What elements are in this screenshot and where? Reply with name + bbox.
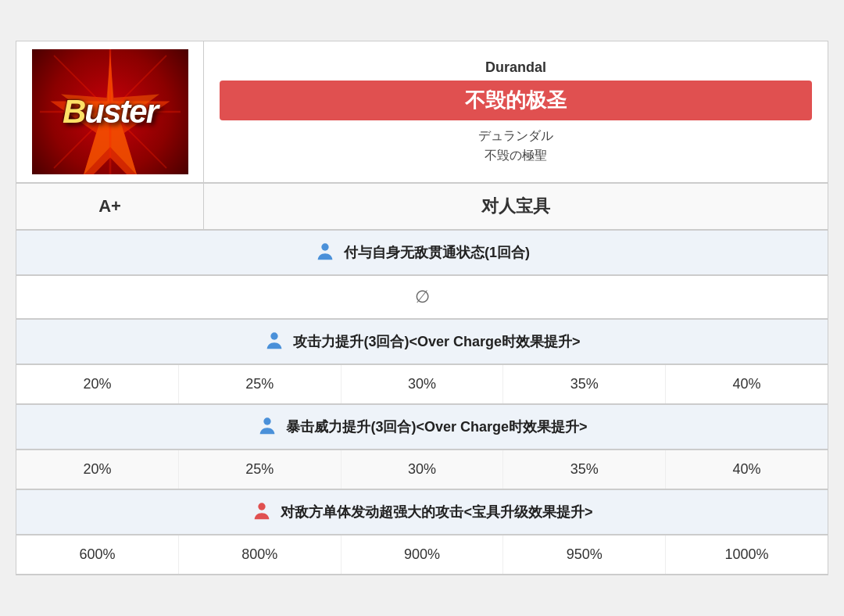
title-ja-2: 不毁の極聖 [485, 148, 547, 164]
type-cell: 对人宝具 [204, 184, 828, 229]
value-cell-3-3: 30% [342, 450, 504, 489]
rank-label: A+ [98, 196, 121, 217]
buster-label: Buster [63, 93, 157, 131]
effect-header-3: 暴击威力提升(3回合)<Over Charge时效果提升> [16, 405, 828, 449]
person-icon-blue-2 [263, 331, 285, 353]
effect-header-1: 付与自身无敌贯通状态(1回合) [16, 231, 828, 274]
effect-text-2: 攻击力提升(3回合)<Over Charge时效果提升> [293, 332, 580, 351]
effect-header-4: 对敌方单体发动超强大的攻击<宝具升级效果提升> [16, 490, 828, 534]
value-cell-4-2: 800% [179, 535, 342, 574]
title-english: Durandal [485, 59, 546, 76]
empty-symbol: ∅ [415, 287, 430, 307]
values-row-4: 600% 800% 900% 950% 1000% [16, 535, 828, 575]
rank-type-row: A+ 对人宝具 [16, 183, 828, 230]
header-row: Buster Durandal 不毁的极圣 デュランダル 不毁の極聖 [16, 41, 828, 183]
value-cell-4-5: 1000% [666, 535, 828, 574]
title-chinese: 不毁的极圣 [220, 81, 812, 120]
effect-text-4: 对敌方单体发动超强大的攻击<宝具升级效果提升> [281, 503, 592, 521]
value-cell-2-2: 25% [179, 365, 342, 403]
empty-cell: ∅ [16, 276, 828, 318]
type-label: 对人宝具 [481, 195, 550, 218]
effect-row-1: 付与自身无敌贯通状态(1回合) [16, 230, 828, 275]
title-japanese: デュランダル 不毁の極聖 [478, 128, 553, 164]
effect-row-3: 暴击威力提升(3回合)<Over Charge时效果提升> [16, 404, 828, 449]
effect-row-4: 对敌方单体发动超强大的攻击<宝具升级效果提升> [16, 489, 828, 535]
value-cell-3-4: 35% [503, 450, 666, 489]
value-cell-3-1: 20% [16, 450, 179, 489]
person-icon-blue-3 [256, 416, 278, 438]
effect-text-1: 付与自身无敌贯通状态(1回合) [344, 243, 530, 262]
value-cell-3-5: 40% [666, 450, 828, 489]
title-cell: Durandal 不毁的极圣 デュランダル 不毁の極聖 [204, 41, 828, 182]
person-icon-red-1 [251, 501, 273, 523]
person-icon-blue-1 [314, 242, 336, 263]
value-cell-4-1: 600% [16, 535, 179, 574]
effect-header-2: 攻击力提升(3回合)<Over Charge时效果提升> [16, 320, 828, 364]
rank-cell: A+ [16, 184, 204, 229]
value-cell-3-2: 25% [179, 450, 342, 489]
svg-point-7 [271, 332, 278, 339]
title-ja-1: デュランダル [478, 128, 553, 145]
values-row-3: 20% 25% 30% 35% 40% [16, 449, 828, 489]
value-cell-2-5: 40% [666, 365, 828, 403]
value-cell-2-3: 30% [342, 365, 504, 403]
value-cell-4-4: 950% [503, 535, 666, 574]
empty-row: ∅ [16, 275, 828, 319]
image-cell: Buster [16, 41, 204, 182]
buster-icon: Buster [32, 49, 188, 174]
effect-text-3: 暴击威力提升(3回合)<Over Charge时效果提升> [286, 417, 587, 436]
noble-phantasm-card: Buster Durandal 不毁的极圣 デュランダル 不毁の極聖 A+ 对人… [16, 41, 828, 575]
value-cell-2-4: 35% [503, 365, 666, 403]
value-cell-2-1: 20% [16, 365, 179, 403]
value-cell-4-3: 900% [342, 535, 504, 574]
svg-point-8 [264, 417, 271, 424]
effect-row-2: 攻击力提升(3回合)<Over Charge时效果提升> [16, 319, 828, 364]
values-row-2: 20% 25% 30% 35% 40% [16, 364, 828, 404]
svg-point-6 [321, 243, 328, 250]
svg-point-9 [259, 503, 266, 510]
